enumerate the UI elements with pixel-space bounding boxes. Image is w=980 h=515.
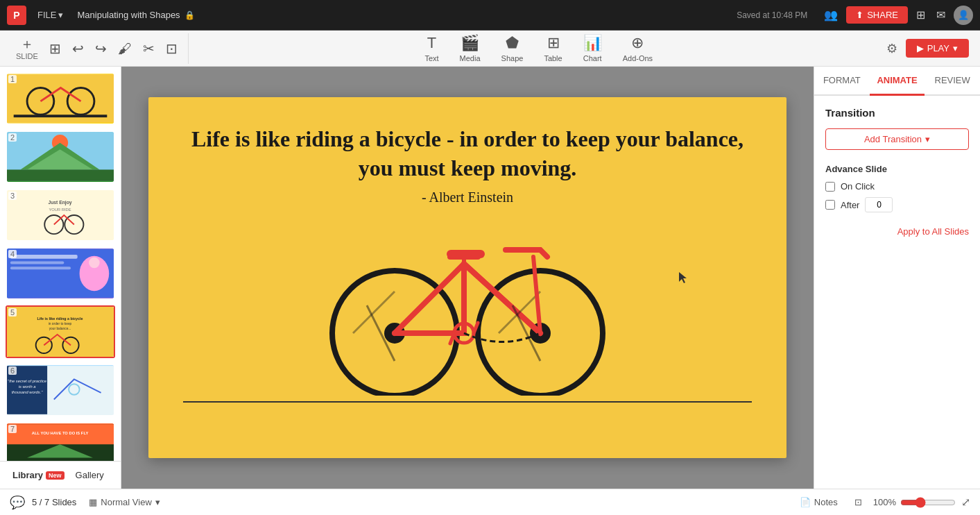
share-icon: ⬆ [856,10,863,20]
notes-icon: 📄 [800,497,811,507]
svg-rect-15 [10,255,78,259]
redo-button[interactable]: ↪ [90,38,112,59]
scissors-icon: ✂ [143,42,155,56]
slide-thumb-3[interactable]: 3 Just Enjoy YOUR RIDE [6,189,115,242]
grid-icon: ⊞ [49,42,61,56]
after-input[interactable] [865,197,893,212]
view-selector-icon: ▦ [89,497,97,507]
slide-thumb-5[interactable]: 5 Life is like riding a bicycle in order… [6,305,115,358]
addons-tool[interactable]: ⊕ Add-Ons [614,31,661,66]
library-tab[interactable]: Library New [7,467,70,483]
addons-tool-icon: ⊕ [631,34,644,52]
chevron-down-icon: ▾ [925,134,930,144]
undo-icon: ↩ [72,42,84,56]
cursor [678,271,685,278]
lock-icon: 🔒 [184,10,195,20]
advance-slide-title: Advance Slide [825,164,969,174]
bottom-bar: 💬 5 / 7 Slides ▦ Normal View ▾ 📄 Notes ⊡… [0,489,980,515]
slide-number-display: 5 / 7 Slides [32,497,76,507]
svg-text:ALL YOU HAVE TO DO IS FLY: ALL YOU HAVE TO DO IS FLY [32,431,89,435]
slide-add-button[interactable]: ＋ SLIDE [11,33,43,64]
canvas-area: Life is like riding a bicycle - in order… [121,67,814,489]
after-label: After [841,200,859,210]
svg-rect-16 [10,262,64,264]
collab-icon-button[interactable]: 👥 [821,6,841,24]
svg-text:YOUR RIDE: YOUR RIDE [49,208,71,212]
screen-icon: ⊡ [854,497,862,507]
transition-title: Transition [825,107,969,119]
toolbar-center: T Text 🎬 Media ⬟ Shape ⊞ Table 📊 Chart ⊕… [197,31,881,66]
chart-tool[interactable]: 📊 Chart [575,31,610,66]
bike-svg [311,187,624,396]
svg-point-35 [56,435,65,444]
gallery-tab[interactable]: Gallery [70,467,110,483]
screen-size-button[interactable]: ⊡ [849,495,868,509]
top-bar: P FILE ▾ Manipulating with Shapes 🔒 Save… [0,0,980,31]
play-chevron-icon: ▾ [953,43,958,53]
paint-icon: 🖌 [118,42,132,56]
zoom-slider[interactable] [900,497,956,508]
slide-thumb-1[interactable]: 1 [6,72,115,125]
share-button[interactable]: ⬆ SHARE [846,6,908,24]
after-checkbox[interactable] [825,200,835,210]
slide-thumb-2[interactable]: 2 [6,130,115,183]
settings-button[interactable]: ⚙ [884,38,900,59]
svg-text:Just Enjoy: Just Enjoy [48,201,71,206]
table-tool[interactable]: ⊞ Table [535,31,570,66]
shape-tool[interactable]: ⬟ Shape [493,31,532,66]
redo-icon: ↪ [95,42,107,56]
apply-to-all-link[interactable]: Apply to All Slides [825,226,969,237]
add-transition-button[interactable]: Add Transition ▾ [825,128,969,150]
avatar[interactable]: 👤 [954,6,973,25]
on-click-checkbox[interactable] [825,182,835,192]
expand-button[interactable]: ⤢ [961,496,970,509]
play-button[interactable]: ▶ PLAY ▾ [906,39,969,58]
main-area: 1 2 [0,67,980,489]
tab-format[interactable]: FORMAT [814,67,870,96]
after-row: After [825,197,969,212]
toolbar-left-group: ＋ SLIDE ⊞ ↩ ↪ 🖌 ✂ ⊡ [11,33,189,64]
svg-rect-3 [14,115,108,117]
zoom-fit-button[interactable]: ⊡ [161,38,182,59]
quote-main-text: Life is like riding a bicycle - in order… [190,125,745,183]
slide-thumb-6[interactable]: 6 "the secret of practice is worth a tho… [6,364,115,416]
svg-point-19 [89,258,99,268]
bottom-left: 💬 5 / 7 Slides [10,495,76,510]
new-badge: New [46,471,65,480]
tab-review[interactable]: REVIEW [925,67,980,96]
tab-animate[interactable]: ANIMATE [870,67,925,96]
play-icon: ▶ [917,43,924,53]
notes-button[interactable]: 📄 Notes [794,495,843,509]
chart-tool-icon: 📊 [583,34,602,52]
bottom-right: 📄 Notes ⊡ 100% ⤢ [794,495,970,509]
grid-layout-button[interactable]: ⊞ [44,38,66,59]
panel-tabs: FORMAT ANIMATE REVIEW [814,67,980,96]
notifications-button[interactable]: ✉ [934,6,948,24]
save-status: Saved at 10:48 PM [737,10,807,20]
media-tool[interactable]: 🎬 Media [452,31,489,66]
doc-title: Manipulating with Shapes 🔒 [77,10,194,20]
shape-tool-icon: ⬟ [506,34,519,52]
on-click-row: On Click [825,181,969,192]
top-right-actions: 👥 ⬆ SHARE ⊞ ✉ 👤 [821,6,973,25]
media-tool-icon: 🎬 [461,34,479,52]
svg-text:thousand words.": thousand words." [12,390,44,394]
svg-rect-20 [7,307,114,356]
table-tool-icon: ⊞ [547,34,560,52]
text-tool[interactable]: T Text [416,31,447,66]
slide-thumb-4[interactable]: 4 [6,247,115,300]
slide-canvas: Life is like riding a bicycle - in order… [148,97,786,458]
plus-icon: ＋ [20,37,34,51]
format-paint-button[interactable]: 🖌 [113,38,137,59]
svg-text:in order to keep: in order to keep [49,322,72,326]
file-menu[interactable]: FILE ▾ [32,7,69,23]
svg-rect-40 [447,250,485,258]
view-chevron-icon: ▾ [155,497,160,507]
undo-button[interactable]: ↩ [67,38,89,59]
svg-text:Life is like riding a bicycle: Life is like riding a bicycle [37,316,83,321]
zoom-icon: ⊡ [166,42,178,56]
view-selector[interactable]: ▦ Normal View ▾ [83,495,165,509]
chat-button[interactable]: 💬 [10,495,25,510]
grid-view-button[interactable]: ⊞ [913,6,928,24]
cut-button[interactable]: ✂ [138,38,160,59]
